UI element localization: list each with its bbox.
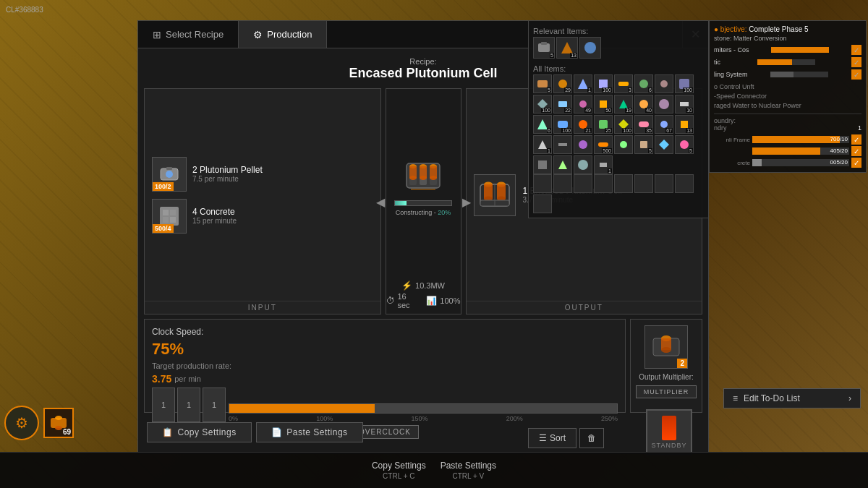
all-item-2-3[interactable]: 50: [594, 95, 613, 114]
tab-select-recipe[interactable]: ⊞ Select Recipe: [138, 21, 239, 48]
all-item-1-3[interactable]: 1: [574, 74, 592, 93]
all-item-2-5[interactable]: 40: [634, 95, 653, 114]
all-item-4-1[interactable]: 500: [594, 135, 613, 154]
ingredient-1-info: 2 Plutonium Pellet 7.5 per minute: [192, 165, 263, 183]
clock-panel: Clock Speed: 75% Target production rate:…: [144, 319, 626, 413]
svg-rect-67: [598, 142, 608, 147]
all-item-3-7[interactable]: 1: [533, 135, 552, 154]
player-item-slot[interactable]: 69: [43, 408, 74, 438]
quest-item-1-check: ✓: [851, 45, 861, 55]
all-item-1-8[interactable]: 100: [675, 74, 694, 93]
svg-point-71: [680, 140, 689, 149]
svg-rect-7: [170, 217, 176, 223]
quest-item-4-label: o Control Unft: [714, 83, 754, 90]
relevant-items-grid: 5 13: [533, 37, 704, 59]
quest-item-2-bar: [757, 59, 815, 65]
clock-slider[interactable]: [229, 403, 618, 414]
all-item-4-6[interactable]: [533, 155, 552, 174]
all-item-2-2[interactable]: 49: [574, 95, 592, 114]
machine-visual: Constructing - 20%: [388, 89, 458, 281]
all-item-3-9[interactable]: [574, 135, 592, 154]
all-item-3-3[interactable]: 100: [614, 115, 633, 134]
progress-bar-1: nli Frame 700/10 ✓: [714, 134, 861, 145]
ingredient-2-badge: 500/4: [153, 224, 174, 233]
all-item-3-6[interactable]: 13: [675, 115, 694, 134]
all-item-2-7[interactable]: 10: [675, 95, 694, 114]
quest-item-3: ling System ✓: [714, 69, 861, 80]
all-item-3-1[interactable]: 21: [574, 115, 592, 134]
all-item-4-2[interactable]: [614, 135, 633, 154]
time-icon: ⏱: [386, 296, 395, 306]
svg-rect-61: [639, 121, 649, 127]
all-item-1-4[interactable]: 100: [594, 74, 613, 93]
svg-rect-49: [558, 101, 567, 107]
all-item-4-7[interactable]: [553, 155, 572, 174]
relevant-item-2[interactable]: 13: [556, 37, 578, 59]
efficiency-icon: 📊: [426, 296, 437, 306]
prev-recipe-button[interactable]: ◀: [376, 194, 385, 208]
relevant-item-3[interactable]: [579, 37, 601, 59]
bottom-bar: Copy Settings CTRL + C Paste Settings CT…: [0, 452, 868, 488]
all-item-1-7[interactable]: [655, 74, 673, 93]
all-item-3-2[interactable]: 25: [594, 115, 613, 134]
all-item-2-1[interactable]: 22: [553, 95, 572, 114]
quest-panel: ● bjective: Complete Phase 5 stone: Matt…: [709, 20, 867, 173]
svg-marker-73: [558, 160, 567, 169]
all-item-2-6[interactable]: [655, 95, 673, 114]
all-item-1-6[interactable]: 6: [634, 74, 653, 93]
paste-settings-button[interactable]: 📄 Paste Settings: [256, 422, 363, 442]
trash-button[interactable]: 🗑: [579, 428, 604, 448]
actions-row: 📋 Copy Settings 📄 Paste Settings STANDBY: [144, 417, 702, 448]
svg-point-78: [55, 426, 62, 430]
all-item-3-5[interactable]: 67: [655, 115, 673, 134]
edit-todo-button[interactable]: ≡ Edit To-Do List ›: [723, 388, 861, 408]
paste-hotkey-key: CTRL + V: [452, 472, 484, 480]
next-recipe-button[interactable]: ▶: [462, 194, 471, 208]
progress-bar-2-fill: [752, 147, 820, 155]
quest-item-3-bar: [770, 72, 828, 77]
all-item-2-8[interactable]: 6: [533, 115, 552, 134]
all-item-2-9[interactable]: 100: [553, 115, 572, 134]
standby-button[interactable]: STANDBY: [646, 409, 692, 455]
all-item-4-8[interactable]: [574, 155, 592, 174]
all-item-4-3[interactable]: 5: [634, 135, 653, 154]
machine-panel: ◀: [386, 88, 461, 314]
progress-fill: [395, 201, 407, 205]
all-item-1-5[interactable]: 3: [614, 74, 633, 93]
all-item-1-9[interactable]: 100: [533, 95, 552, 114]
quest-item-3-label: ling System: [714, 71, 748, 78]
svg-rect-74: [578, 160, 588, 170]
tab-production[interactable]: ⚙ Production: [239, 21, 327, 48]
sort-button[interactable]: ☰ Sort: [528, 428, 576, 448]
time-value: 16 sec: [398, 292, 421, 309]
svg-marker-64: [538, 140, 547, 149]
all-item-2-4[interactable]: 19: [614, 95, 633, 114]
all-item-4-9[interactable]: 1: [594, 155, 613, 174]
progress-bar-3-track: 005/20: [752, 159, 849, 166]
quest-item-2: tic ✓: [714, 57, 861, 67]
all-item-3-8[interactable]: [553, 135, 572, 154]
all-item-1-2[interactable]: 29: [553, 74, 572, 93]
svg-point-20: [430, 176, 437, 180]
bottom-row: Clock Speed: 75% Target production rate:…: [144, 319, 702, 413]
svg-point-14: [409, 176, 417, 180]
copy-hotkey-label: Copy Settings: [372, 461, 426, 471]
copy-hotkey: Copy Settings CTRL + C: [372, 461, 426, 480]
input-panel: 100/2 2 Plutonium Pellet 7.5 per minute: [144, 88, 381, 314]
multiplier-button[interactable]: MULTIPLIER: [636, 385, 697, 398]
all-item-1-1[interactable]: 5: [533, 74, 552, 93]
output-icon: [474, 174, 516, 216]
empty-item-8: [675, 174, 694, 193]
quest-item-5: -Speed Connector: [714, 93, 861, 100]
svg-rect-2: [166, 167, 172, 170]
svg-point-39: [584, 42, 596, 53]
svg-point-45: [639, 80, 648, 88]
relevant-item-1[interactable]: 5: [533, 37, 555, 59]
clock-value: 75%: [152, 340, 618, 359]
ingredient-2-name: 4 Concrete: [192, 207, 237, 217]
todo-arrow-icon: ›: [848, 393, 851, 403]
all-item-3-4[interactable]: 35: [634, 115, 653, 134]
all-item-4-5[interactable]: 5: [675, 135, 694, 154]
all-item-4-4[interactable]: [655, 135, 673, 154]
copy-settings-button[interactable]: 📋 Copy Settings: [147, 422, 252, 442]
